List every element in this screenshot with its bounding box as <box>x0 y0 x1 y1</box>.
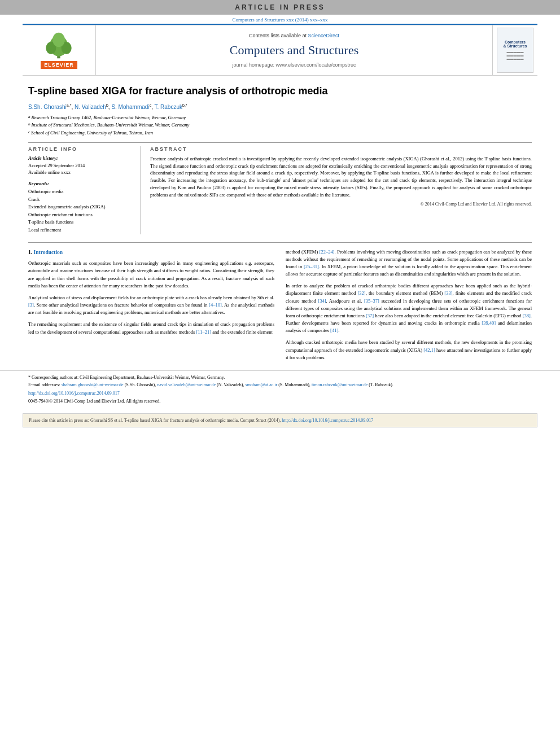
copyright-line: © 2014 Civil-Comp Ltd and Elsevier Ltd. … <box>150 202 532 207</box>
thumb-line1: Computers <box>505 40 526 44</box>
journal-header: ELSEVIER Contents lists available at Sci… <box>23 25 537 76</box>
keyword-3: Extended isogeometric analysis (XIGA) <box>28 203 134 211</box>
section1-number: 1. <box>28 250 34 255</box>
affil-b-text: Institute of Structural Mechanics, Bauha… <box>32 121 190 129</box>
author-ghorashi: S.Sh. Ghorashi <box>28 104 67 111</box>
journal-thumbnail: Computers & Structures ▬▬▬▬▬ ▬▬▬▬▬ ▬▬▬▬▬ <box>497 28 533 73</box>
article-in-press-banner: ARTICLE IN PRESS <box>0 0 560 15</box>
citation-doi-link[interactable]: http://dx.doi.org/10.1016/j.compstruc.20… <box>282 418 373 423</box>
elsevier-logo-area: ELSEVIER <box>23 25 96 75</box>
email-label: E-mail addresses: <box>28 382 62 387</box>
elsevier-logo: ELSEVIER <box>41 32 77 69</box>
right-column: method (XFEM) [22–24]. Problems involvin… <box>286 248 532 366</box>
email-rabczuk[interactable]: timon.rabczuk@uni-weimar.de <box>312 382 368 387</box>
citation-bar: Please cite this article in press as: Gh… <box>23 413 537 427</box>
banner-text: ARTICLE IN PRESS <box>235 3 325 11</box>
email-ghorashi-name: (S.Sh. Ghorashi), <box>125 382 158 387</box>
email-rabczuk-name: (T. Rabczuk). <box>369 382 393 387</box>
affil-a: a Research Training Group 1462, Bauhaus-… <box>28 114 532 121</box>
two-column-body: 1. Introduction Orthotropic materials su… <box>28 248 532 366</box>
keyword-1: Orthotropic media <box>28 188 134 196</box>
affil-a-text: Research Training Group 1462, Bauhaus-Un… <box>32 114 186 121</box>
svg-point-4 <box>53 33 65 47</box>
contents-label-text: Contents lists available at <box>249 33 307 38</box>
left-column: 1. Introduction Orthotropic materials su… <box>28 248 274 366</box>
abstract-title: ABSTRACT <box>150 146 532 152</box>
sciencedirect-link[interactable]: ScienceDirect <box>308 33 340 38</box>
elsevier-tree-icon <box>42 32 76 60</box>
ref-39-40[interactable]: [39,40] <box>482 320 496 326</box>
footnote-star: * Corresponding authors at: Civil Engine… <box>28 374 532 381</box>
page: ARTICLE IN PRESS Computers and Structure… <box>0 0 560 747</box>
email-ghorashi[interactable]: shahram.ghorashi@uni-weimar.de <box>62 382 124 387</box>
authors-line: S.Sh. Ghorashia,*, N. Valizadehb, S. Moh… <box>28 103 532 110</box>
ref-42-1[interactable]: [42,1] <box>423 347 435 353</box>
author-mohammadi: S. Mohammadi <box>111 104 149 111</box>
article-info-abstract: ARTICLE INFO Article history: Accepted 2… <box>28 142 532 234</box>
intro-para-4: method (XFEM) [22–24]. Problems involvin… <box>286 248 532 278</box>
ref-37b[interactable]: [37] <box>366 313 374 318</box>
keyword-6: Local refinement <box>28 226 134 234</box>
thumb-line2: & Structures <box>503 44 527 48</box>
journal-title: Computers and Structures <box>230 43 359 58</box>
affiliations: a Research Training Group 1462, Bauhaus-… <box>28 114 532 137</box>
affil-c: c School of Civil Engineering, Universit… <box>28 129 532 137</box>
available-text: Available online xxxx <box>28 169 134 175</box>
keywords-title: Keywords: <box>28 181 134 186</box>
footnote-issn: 0045-7949/© 2014 Civil-Comp Ltd and Else… <box>28 398 532 404</box>
abstract-section: ABSTRACT Fracture analysis of orthotropi… <box>150 146 532 234</box>
ref-38[interactable]: [38] <box>523 313 531 318</box>
journal-center-area: Contents lists available at ScienceDirec… <box>96 25 492 75</box>
contents-line: Contents lists available at ScienceDirec… <box>249 33 339 38</box>
journal-ref-text: Computers and Structures xxx (2014) xxx–… <box>232 17 327 23</box>
body-rule <box>28 242 532 243</box>
article-info: ARTICLE INFO Article history: Accepted 2… <box>28 146 141 234</box>
ref-25-31[interactable]: [25–31] <box>304 264 319 269</box>
ref-3[interactable]: [3] <box>28 302 34 308</box>
keyword-4: Orthotropic enrichment functions <box>28 211 134 219</box>
keywords-list: Orthotropic media Crack Extended isogeom… <box>28 188 134 234</box>
email-mohammadi[interactable]: smoham@ut.ac.ir <box>246 382 278 387</box>
email-mohammadi-name: (S. Mohammadi), <box>278 382 312 387</box>
intro-para-6: Although cracked orthotropic media have … <box>286 339 532 361</box>
journal-homepage: journal homepage: www.elsevier.com/locat… <box>232 62 356 68</box>
intro-para-3: The remeshing requirement and the existe… <box>28 321 274 335</box>
affil-c-text: School of Civil Engineering, University … <box>31 129 153 137</box>
paper-title: T-spline based XIGA for fracture analysi… <box>28 85 532 98</box>
journal-thumbnail-area: Computers & Structures ▬▬▬▬▬ ▬▬▬▬▬ ▬▬▬▬▬ <box>492 25 537 75</box>
doi-link[interactable]: http://dx.doi.org/10.1016/j.compstruc.20… <box>28 391 120 396</box>
ref-4-10[interactable]: [4–10] <box>209 302 222 308</box>
footnote-emails: E-mail addresses: shahram.ghorashi@uni-w… <box>28 382 532 388</box>
ref-35-37[interactable]: [35–37] <box>364 298 379 304</box>
ref-33[interactable]: [33] <box>444 290 452 296</box>
ref-34[interactable]: [34] <box>318 298 326 304</box>
intro-para-2: Analytical solution of stress and displa… <box>28 294 274 317</box>
citation-text: Please cite this article in press as: Gh… <box>29 418 281 423</box>
history-title: Article history: <box>28 155 134 161</box>
intro-para-1: Orthotropic materials such as composites… <box>28 260 274 290</box>
article-info-title: ARTICLE INFO <box>28 146 134 152</box>
ref-32[interactable]: [32] <box>358 290 366 296</box>
affil-b: b Institute of Structural Mechanics, Bau… <box>28 121 532 129</box>
email-valizadeh[interactable]: navid.valizadeh@uni-weimar.de <box>157 382 216 387</box>
paper-content: T-spline based XIGA for fracture analysi… <box>0 85 560 366</box>
footnote-doi: http://dx.doi.org/10.1016/j.compstruc.20… <box>28 390 532 396</box>
email-valizadeh-name: (N. Valizadeh), <box>217 382 246 387</box>
elsevier-label: ELSEVIER <box>41 61 77 69</box>
ref-22-24[interactable]: [22–24] <box>320 249 335 255</box>
accepted-text: Accepted 29 September 2014 <box>28 163 134 168</box>
author-valizadeh: N. Valizadeh <box>75 104 106 111</box>
ref-41[interactable]: [41] <box>330 327 338 333</box>
footnotes-area: * Corresponding authors at: Civil Engine… <box>0 370 560 409</box>
author-rabczuk: T. Rabczuk <box>155 104 182 111</box>
ref-11-21[interactable]: [11–21] <box>196 329 211 335</box>
keyword-5: T-spline basis functions <box>28 219 134 226</box>
issn-text: 0045-7949/© 2014 Civil-Comp Ltd and Else… <box>28 399 160 404</box>
section1-heading: 1. Introduction <box>28 248 274 257</box>
keyword-2: Crack <box>28 196 134 204</box>
abstract-text: Fracture analysis of orthotropic cracked… <box>150 155 532 199</box>
section1-title: Introduction <box>34 250 63 255</box>
intro-para-5: In order to analyze the problem of crack… <box>286 282 532 334</box>
journal-ref-line: Computers and Structures xxx (2014) xxx–… <box>0 15 560 24</box>
